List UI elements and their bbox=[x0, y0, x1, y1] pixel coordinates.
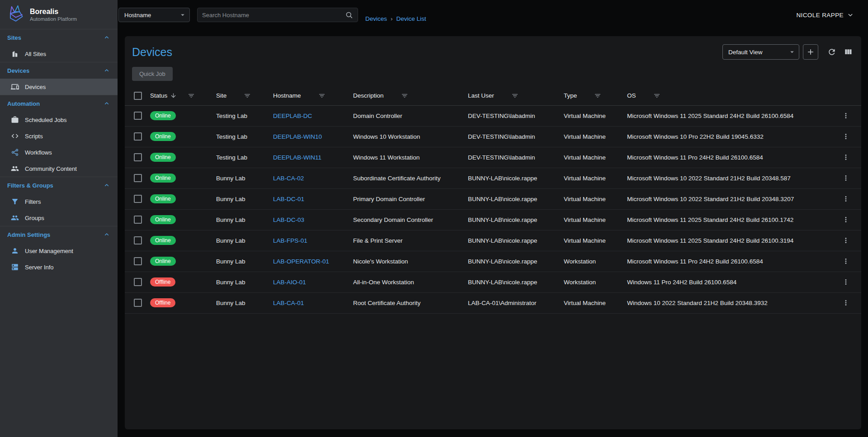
table-row[interactable]: Online Bunny Lab LAB-DC-03 Secondary Dom… bbox=[125, 209, 861, 230]
hostname-link[interactable]: LAB-FPS-01 bbox=[273, 237, 307, 244]
nav-section-sites[interactable]: Sites bbox=[0, 29, 118, 46]
table-row[interactable]: Online Bunny Lab LAB-DC-01 Primary Domai… bbox=[125, 188, 861, 209]
kebab-icon bbox=[842, 216, 850, 224]
table-row[interactable]: Online Bunny Lab LAB-OPERATOR-01 Nicole'… bbox=[125, 251, 861, 272]
breadcrumb-device-list-link[interactable]: Device List bbox=[396, 15, 426, 22]
hostname-link[interactable]: LAB-DC-03 bbox=[273, 216, 304, 223]
sidebar-item-user-management[interactable]: User Management bbox=[0, 243, 118, 259]
row-menu-button[interactable] bbox=[840, 235, 852, 246]
table-row[interactable]: Online Testing Lab DEEPLAB-WIN10 Windows… bbox=[125, 126, 861, 147]
view-select[interactable]: Default View bbox=[722, 44, 799, 60]
nav-section-admin-settings[interactable]: Admin Settings bbox=[0, 226, 118, 243]
row-checkbox[interactable] bbox=[134, 195, 142, 203]
col-header-hostname[interactable]: Hostname bbox=[273, 92, 301, 99]
col-header-site[interactable]: Site bbox=[216, 92, 226, 99]
row-menu-button[interactable] bbox=[840, 172, 852, 184]
sidebar-item-community-content[interactable]: Community Content bbox=[0, 160, 118, 177]
sidebar-item-scripts[interactable]: Scripts bbox=[0, 128, 118, 144]
col-header-last-user[interactable]: Last User bbox=[468, 92, 494, 99]
row-menu-button[interactable] bbox=[840, 276, 852, 288]
filter-icon[interactable] bbox=[401, 92, 408, 99]
row-checkbox[interactable] bbox=[134, 216, 142, 224]
cell-site: Testing Lab bbox=[216, 126, 273, 147]
row-menu-button[interactable] bbox=[840, 151, 852, 163]
sidebar-item-devices[interactable]: Devices bbox=[0, 79, 118, 95]
nav-section-devices[interactable]: Devices bbox=[0, 62, 118, 79]
filter-icon[interactable] bbox=[318, 92, 326, 99]
hostname-link[interactable]: LAB-CA-02 bbox=[273, 175, 304, 182]
kebab-icon bbox=[842, 174, 850, 182]
search-input[interactable] bbox=[202, 12, 345, 19]
cell-os: Windows 11 Pro 24H2 Build 26100.6584 bbox=[627, 272, 836, 292]
table-row[interactable]: Online Bunny Lab LAB-FPS-01 File & Print… bbox=[125, 230, 861, 251]
cell-type: Virtual Machine bbox=[564, 209, 627, 230]
row-menu-button[interactable] bbox=[840, 297, 852, 309]
sidebar-item-scheduled-jobs[interactable]: Scheduled Jobs bbox=[0, 112, 118, 128]
hostname-link[interactable]: DEEPLAB-WIN10 bbox=[273, 133, 322, 140]
building-icon bbox=[11, 50, 19, 58]
refresh-icon bbox=[827, 47, 836, 56]
breadcrumb-devices-link[interactable]: Devices bbox=[365, 15, 387, 22]
hostname-link[interactable]: DEEPLAB-DC bbox=[273, 113, 312, 119]
row-checkbox[interactable] bbox=[134, 299, 142, 307]
table-row[interactable]: Online Testing Lab DEEPLAB-DC Domain Con… bbox=[125, 105, 861, 126]
hostname-link[interactable]: LAB-DC-01 bbox=[273, 196, 304, 202]
row-checkbox[interactable] bbox=[134, 112, 142, 120]
columns-button[interactable] bbox=[842, 46, 854, 58]
row-menu-button[interactable] bbox=[840, 214, 852, 226]
table-row[interactable]: Online Testing Lab DEEPLAB-WIN11 Windows… bbox=[125, 147, 861, 168]
row-menu-button[interactable] bbox=[840, 255, 852, 267]
col-header-type[interactable]: Type bbox=[564, 92, 577, 99]
filter-icon[interactable] bbox=[511, 92, 519, 99]
row-checkbox[interactable] bbox=[134, 257, 142, 265]
row-checkbox[interactable] bbox=[134, 132, 142, 141]
sort-desc-icon[interactable] bbox=[170, 92, 177, 99]
status-badge: Offline bbox=[150, 298, 175, 307]
filter-icon[interactable] bbox=[188, 92, 195, 99]
row-checkbox[interactable] bbox=[134, 174, 142, 182]
main-column: Hostname Devices › Device List NICOLE RA… bbox=[118, 0, 868, 437]
people-icon bbox=[11, 164, 19, 173]
hostname-link[interactable]: LAB-CA-01 bbox=[273, 300, 304, 306]
row-checkbox[interactable] bbox=[134, 236, 142, 244]
quick-job-button[interactable]: Quick Job bbox=[132, 67, 173, 81]
refresh-button[interactable] bbox=[826, 46, 838, 58]
add-view-button[interactable] bbox=[803, 44, 818, 60]
hostname-link[interactable]: LAB-OPERATOR-01 bbox=[273, 258, 329, 265]
table-row[interactable]: Online Bunny Lab LAB-CA-02 Subordinate C… bbox=[125, 168, 861, 188]
origami-rabbit-logo bbox=[5, 5, 25, 24]
user-name: NICOLE RAPPE bbox=[796, 12, 844, 19]
row-menu-button[interactable] bbox=[840, 110, 852, 122]
user-menu[interactable]: NICOLE RAPPE bbox=[796, 11, 854, 19]
breadcrumb-separator: › bbox=[391, 15, 393, 22]
person-icon bbox=[11, 247, 19, 255]
table-row[interactable]: Offline Bunny Lab LAB-AIO-01 All-in-One … bbox=[125, 272, 861, 292]
nav-section-filters-groups[interactable]: Filters & Groups bbox=[0, 177, 118, 193]
filter-icon[interactable] bbox=[653, 92, 660, 99]
sidebar-item-all-sites[interactable]: All Sites bbox=[0, 46, 118, 62]
table-row[interactable]: Offline Bunny Lab LAB-CA-01 Root Certifi… bbox=[125, 292, 861, 313]
select-all-checkbox[interactable] bbox=[134, 92, 142, 100]
filter-icon[interactable] bbox=[594, 92, 601, 99]
sidebar-item-filters[interactable]: Filters bbox=[0, 193, 118, 210]
col-header-status[interactable]: Status bbox=[150, 92, 167, 99]
col-header-description[interactable]: Description bbox=[353, 92, 384, 99]
sidebar-item-server-info[interactable]: Server Info bbox=[0, 259, 118, 275]
cell-os: Microsoft Windows 11 Pro 24H2 Build 2610… bbox=[627, 147, 836, 168]
brand: Borealis Automation Platform bbox=[0, 0, 118, 29]
kebab-icon bbox=[842, 299, 850, 307]
row-menu-button[interactable] bbox=[840, 131, 852, 142]
sidebar-item-groups[interactable]: Groups bbox=[0, 210, 118, 226]
cell-description: Root Certificate Authority bbox=[353, 292, 468, 313]
row-checkbox[interactable] bbox=[134, 278, 142, 286]
col-header-os[interactable]: OS bbox=[627, 92, 636, 99]
nav-section-automation[interactable]: Automation bbox=[0, 95, 118, 112]
search-field-select[interactable]: Hostname bbox=[118, 8, 190, 22]
row-checkbox[interactable] bbox=[134, 153, 142, 161]
sidebar-item-workflows[interactable]: Workflows bbox=[0, 144, 118, 160]
hostname-link[interactable]: LAB-AIO-01 bbox=[273, 279, 306, 286]
filter-icon[interactable] bbox=[244, 92, 251, 99]
chevron-up-icon bbox=[103, 231, 110, 238]
row-menu-button[interactable] bbox=[840, 193, 852, 205]
hostname-link[interactable]: DEEPLAB-WIN11 bbox=[273, 154, 321, 161]
